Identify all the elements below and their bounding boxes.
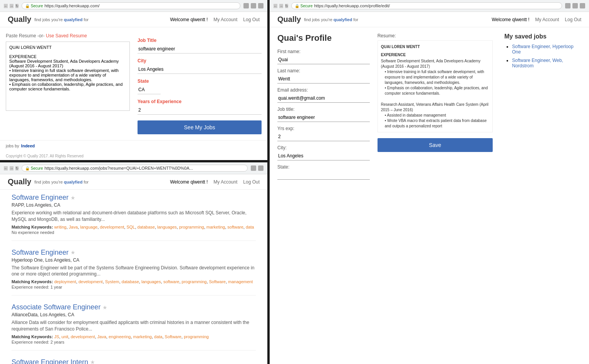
job-title-row: Software Engineer ★ bbox=[12, 194, 256, 202]
jobs-by-text: jobs by bbox=[6, 144, 19, 148]
city-profile-input[interactable] bbox=[277, 152, 370, 160]
keyword: Java bbox=[69, 225, 78, 229]
header-nav-top: Welcome qlwentt ! My Account Log Out bbox=[170, 17, 260, 22]
last-name-label: Last name: bbox=[277, 68, 370, 73]
state-input[interactable] bbox=[138, 85, 161, 94]
indeed-logo: Indeed bbox=[21, 144, 35, 148]
job-company: RAPP, Los Angeles, CA bbox=[12, 202, 256, 208]
keyword: software bbox=[227, 225, 243, 229]
see-jobs-button[interactable]: See My Jobs bbox=[138, 120, 262, 134]
address-bar-top[interactable]: 🔒 Secure https://qually.herokuapp.com/ bbox=[22, 2, 240, 9]
reload-button[interactable]: ↻ bbox=[15, 4, 18, 8]
resume-bullet-3: • Assisted in database management bbox=[385, 113, 490, 118]
logo-text-top[interactable]: Qually bbox=[8, 15, 31, 24]
save-button[interactable]: Save bbox=[378, 138, 493, 152]
resume-bullet-1: • Intensive training in full stack softw… bbox=[385, 69, 490, 85]
keyword: management bbox=[228, 279, 253, 284]
log-out-link-top[interactable]: Log Out bbox=[243, 17, 260, 22]
app-header-profile: Qually find jobs you're qualyfied for We… bbox=[270, 12, 589, 27]
saved-job-link[interactable]: Software Engineer, Web, Nordstrom bbox=[512, 58, 563, 68]
profile-resume-section: Resume: QUAI LOREN WENTT EXPERIENCE Soft… bbox=[378, 33, 493, 180]
first-name-input[interactable] bbox=[277, 55, 370, 64]
browser-icon-3 bbox=[258, 3, 263, 8]
star-icon[interactable]: ★ bbox=[102, 304, 107, 311]
job-title-link[interactable]: Software Engineer bbox=[12, 194, 69, 202]
job-listing: Software Engineer ★ Hyperloop One, Los A… bbox=[12, 249, 256, 296]
first-name-label: First name: bbox=[277, 49, 370, 54]
forward-button-jobs[interactable]: → bbox=[10, 166, 13, 170]
back-button-profile[interactable]: ← bbox=[274, 4, 277, 8]
forward-button[interactable]: → bbox=[10, 4, 13, 8]
browser-icon-p1 bbox=[565, 3, 571, 8]
app-logo-jobs: Qually find jobs you're qualyfied for bbox=[8, 177, 89, 186]
my-account-link-profile[interactable]: My Account bbox=[535, 17, 559, 22]
yrs-exp-label: Yrs exp: bbox=[277, 126, 370, 131]
job-title-link[interactable]: Software Engineer Intern bbox=[12, 358, 88, 364]
address-bar-jobs[interactable]: 🔒 Secure https://qually.herokuapp.com/jo… bbox=[22, 165, 248, 172]
resume-exp-2: Research Assistant, Veterans Affairs Hea… bbox=[381, 102, 490, 113]
last-name-input[interactable] bbox=[277, 75, 370, 83]
saved-job-link[interactable]: Software Engineer, Hyperloop One bbox=[512, 44, 573, 55]
keyword: JS bbox=[54, 334, 59, 339]
experience-note: Experience needed: 2 years bbox=[12, 340, 256, 344]
paste-resume-header: Paste Resume -or- Use Saved Resume bbox=[6, 33, 130, 38]
state-label: State bbox=[138, 78, 262, 84]
keyword: data bbox=[154, 334, 162, 339]
copyright-text: Copyright © Qually 2017. All Rights Rese… bbox=[6, 154, 84, 158]
city-profile-label: City: bbox=[277, 145, 370, 150]
back-button-jobs[interactable]: ← bbox=[4, 166, 8, 170]
keyword: development bbox=[79, 279, 103, 284]
job-listing: Software Engineer Intern ★ inMarket, Ven… bbox=[12, 358, 256, 364]
header-nav-jobs: Welcome qlwentt ! My Account Log Out bbox=[170, 179, 260, 185]
matching-keywords: Matching Keywords: writing, Java, langua… bbox=[12, 225, 256, 229]
address-bar-profile[interactable]: 🔒 Secure https://qually.herokuapp.com/pr… bbox=[291, 2, 562, 9]
star-icon[interactable]: ★ bbox=[70, 195, 76, 201]
years-exp-input[interactable] bbox=[138, 106, 262, 115]
resume-textarea[interactable]: QUAI LOREN WENTT EXPERIENCE Software Dev… bbox=[6, 42, 130, 111]
reload-button-jobs[interactable]: ↻ bbox=[15, 166, 18, 170]
keyword: System bbox=[105, 279, 119, 284]
state-profile-input[interactable] bbox=[277, 171, 370, 180]
star-icon[interactable]: ★ bbox=[70, 249, 76, 255]
email-input[interactable] bbox=[277, 94, 370, 103]
browser-controls-profile: ← → ↻ bbox=[274, 4, 288, 8]
use-saved-resume-link[interactable]: Use Saved Resume bbox=[46, 33, 87, 38]
city-input[interactable] bbox=[138, 65, 262, 74]
browser-bar-profile: ← → ↻ 🔒 Secure https://qually.herokuapp.… bbox=[270, 0, 589, 12]
job-listing: Software Engineer ★ RAPP, Los Angeles, C… bbox=[12, 194, 256, 241]
browser-controls-jobs: ← → ↻ bbox=[4, 166, 18, 170]
log-out-link-profile[interactable]: Log Out bbox=[565, 17, 581, 22]
years-exp-label: Years of Experience bbox=[138, 99, 262, 104]
job-title-link[interactable]: Software Engineer bbox=[12, 249, 69, 257]
keyword: SQL bbox=[126, 225, 135, 229]
job-title-input[interactable] bbox=[138, 45, 262, 53]
home-content: Paste Resume -or- Use Saved Resume QUAI … bbox=[0, 27, 267, 140]
logo-text-profile[interactable]: Qually bbox=[277, 15, 301, 24]
back-button[interactable]: ← bbox=[4, 4, 8, 8]
secure-badge: 🔒 Secure bbox=[25, 4, 43, 8]
job-title-link[interactable]: Associate Software Engineer bbox=[12, 303, 101, 311]
my-account-link-jobs[interactable]: My Account bbox=[213, 179, 237, 185]
job-title-profile-input[interactable] bbox=[277, 113, 370, 122]
logo-tagline-jobs: find jobs you're qualyfied for bbox=[34, 180, 89, 184]
yrs-exp-input-profile[interactable] bbox=[277, 132, 370, 141]
forward-button-profile[interactable]: → bbox=[279, 4, 283, 8]
logo-text-jobs[interactable]: Qually bbox=[8, 177, 31, 186]
browser-icon-j2 bbox=[258, 165, 263, 171]
star-icon[interactable]: ★ bbox=[90, 359, 95, 364]
welcome-text-jobs: Welcome qlwentt ! bbox=[170, 179, 208, 185]
reload-button-profile[interactable]: ↻ bbox=[285, 4, 288, 8]
my-account-link-top[interactable]: My Account bbox=[213, 17, 237, 22]
secure-badge-profile: 🔒 Secure bbox=[295, 4, 312, 8]
job-title-row: Associate Software Engineer ★ bbox=[12, 303, 256, 311]
resume-exp-title: EXPERIENCE bbox=[381, 52, 490, 58]
browser-icons-jobs bbox=[251, 165, 263, 171]
welcome-text-profile: Welcome qlwentt ! bbox=[492, 17, 529, 22]
keyword: programming bbox=[179, 225, 204, 229]
log-out-link-jobs[interactable]: Log Out bbox=[243, 179, 260, 185]
keyword: Software bbox=[209, 279, 226, 284]
keyword: deployment bbox=[54, 279, 76, 284]
city-label: City bbox=[138, 58, 262, 63]
experience-note: No experience needed bbox=[12, 230, 256, 235]
job-description: Alliance Data will consider for employme… bbox=[12, 319, 256, 332]
